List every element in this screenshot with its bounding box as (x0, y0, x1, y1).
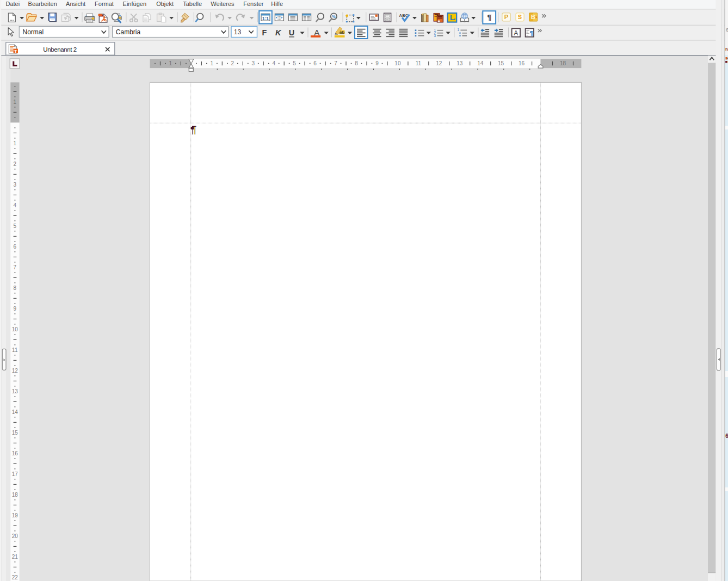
svg-text:Tabelle: Tabelle (183, 1, 202, 7)
svg-text:19: 19 (12, 512, 18, 518)
svg-text:1:1: 1:1 (262, 16, 269, 21)
svg-text:16: 16 (12, 450, 18, 456)
svg-text:5: 5 (14, 223, 17, 229)
svg-text:Normal: Normal (23, 28, 44, 36)
svg-text:Unbenannt 2: Unbenannt 2 (43, 46, 76, 53)
svg-text:12: 12 (12, 368, 18, 374)
svg-text:13: 13 (456, 60, 463, 66)
svg-text:14: 14 (477, 60, 484, 66)
svg-text:Ansicht: Ansicht (66, 1, 85, 7)
svg-text:3: 3 (434, 34, 436, 38)
svg-text:13: 13 (234, 28, 242, 36)
svg-text:18: 18 (560, 60, 566, 66)
svg-text:Fenster: Fenster (243, 1, 264, 7)
svg-text:10: 10 (12, 326, 18, 332)
svg-text:1: 1 (14, 99, 17, 105)
svg-text:S: S (518, 14, 522, 20)
svg-text:1: 1 (211, 60, 214, 66)
svg-text:7: 7 (334, 60, 337, 66)
svg-text:9: 9 (375, 60, 379, 66)
svg-text:17: 17 (12, 471, 18, 477)
svg-text:4: 4 (272, 60, 275, 66)
svg-text:A: A (514, 29, 518, 37)
svg-text:10: 10 (394, 60, 401, 66)
svg-text:¶: ¶ (488, 13, 492, 22)
svg-text:3: 3 (251, 60, 255, 66)
svg-text:22: 22 (12, 574, 18, 580)
svg-text:U: U (289, 28, 294, 37)
svg-text:1: 1 (14, 140, 17, 146)
svg-text:6: 6 (725, 433, 728, 439)
svg-text:¶: ¶ (530, 30, 533, 36)
svg-text:18: 18 (12, 492, 18, 498)
svg-text:Weiteres: Weiteres (211, 1, 235, 7)
svg-text:15: 15 (12, 430, 18, 436)
svg-text:1: 1 (458, 28, 460, 32)
svg-text:6: 6 (313, 60, 317, 66)
svg-text:20: 20 (12, 533, 18, 539)
svg-text:14: 14 (12, 409, 18, 415)
svg-text:ra: ra (725, 46, 728, 52)
svg-text:9: 9 (14, 306, 17, 312)
svg-text:K: K (275, 28, 282, 37)
svg-text:7: 7 (14, 264, 17, 270)
svg-text:4: 4 (14, 202, 17, 208)
svg-text:2: 2 (231, 60, 235, 66)
svg-text:B: B (531, 14, 535, 20)
svg-text:5: 5 (293, 60, 296, 66)
svg-text:Datei: Datei (6, 1, 20, 7)
svg-text:%: % (332, 14, 336, 19)
svg-text:21: 21 (12, 554, 18, 560)
svg-text:3: 3 (14, 182, 17, 188)
svg-text:11: 11 (416, 60, 422, 66)
svg-text:Bearbeiten: Bearbeiten (28, 1, 57, 7)
svg-text:6: 6 (14, 244, 17, 250)
svg-text:Format: Format (95, 1, 114, 7)
svg-text:16: 16 (519, 60, 525, 66)
svg-text:13: 13 (12, 388, 18, 394)
svg-text:2: 2 (14, 161, 17, 167)
svg-text:P: P (504, 14, 508, 20)
svg-text:1: 1 (169, 60, 172, 66)
svg-text:8: 8 (355, 60, 358, 66)
svg-text:15: 15 (498, 60, 504, 66)
svg-text:T: T (14, 49, 17, 54)
svg-text:8: 8 (14, 285, 17, 291)
svg-text:Cambria: Cambria (116, 28, 141, 36)
svg-text:Objekt: Objekt (156, 1, 174, 7)
svg-text:Hilfe: Hilfe (271, 1, 283, 7)
svg-text:L: L (450, 14, 454, 22)
svg-text:11: 11 (12, 347, 18, 353)
svg-text:F: F (262, 28, 267, 37)
svg-text:12: 12 (436, 60, 442, 66)
svg-text:Einfügen: Einfügen (123, 1, 146, 7)
svg-text:6: 6 (726, 27, 728, 33)
